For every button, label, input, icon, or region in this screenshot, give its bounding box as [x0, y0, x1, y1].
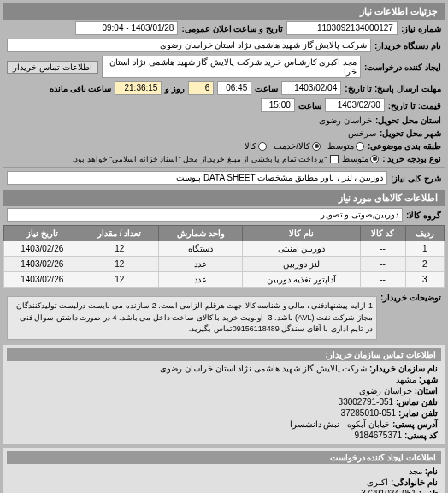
goods-section-title: اطلاعات کالاهای مورد نیاز	[3, 190, 445, 206]
table-row: 2--لنز دوربینعدد121403/02/26	[4, 257, 445, 272]
request-no-label: شماره نیاز:	[401, 24, 441, 33]
col-code: کد کالا	[360, 226, 405, 241]
cell-unit: دستگاه	[158, 241, 242, 257]
bc-tel-label: تلفن تماس:	[396, 397, 438, 407]
cell-code: --	[360, 241, 405, 257]
radio-icon	[312, 142, 321, 151]
col-name: نام کالا	[243, 226, 360, 241]
page-header: جزئیات اطلاعات نیاز	[3, 3, 445, 20]
col-qty: تعداد / مقدار	[80, 226, 158, 241]
bc-city: مشهد	[396, 375, 416, 384]
cell-idx: 3	[405, 272, 444, 288]
cell-idx: 1	[405, 241, 444, 257]
cell-qty: 12	[80, 257, 158, 272]
bc-tel: 051-33002791	[339, 397, 394, 407]
bc-org-label: نام سازمان خریدار:	[369, 364, 438, 373]
cr-family: اکبری	[367, 478, 388, 487]
cell-date: 1403/02/26	[4, 241, 80, 257]
cell-name: لنز دوربین	[243, 257, 360, 272]
reply-until-label: مهلت ارسال پاسخ: تا تاریخ:	[345, 84, 441, 93]
bc-postal: 9184675371	[354, 431, 402, 440]
cr-family-label: نام خانوادگی:	[391, 478, 438, 487]
radio-option-0[interactable]: متوسط	[327, 141, 364, 151]
budget-label: نوع بودجه خرید :	[382, 154, 441, 163]
reply-date: 1403/02/04	[281, 81, 341, 95]
quote-time: 15:00	[261, 98, 295, 112]
cell-idx: 2	[405, 257, 444, 272]
bc-address: خیابان آبکوه - نبش دانشسرا	[290, 419, 390, 429]
col-unit: واحد شمارش	[158, 226, 242, 241]
cell-unit: عدد	[158, 257, 242, 272]
radio-icon	[356, 142, 364, 151]
remain-label: ساعت باقی مانده	[50, 84, 112, 93]
cell-date: 1403/02/26	[4, 272, 80, 288]
group-label: طبقه بندی موضوعی:	[368, 141, 441, 151]
budget-option: متوسط	[342, 154, 368, 163]
radio-option-1[interactable]: کالا/خدمت	[274, 141, 321, 151]
buyer-contact-title: اطلاعات تماس سازمان خریدار:	[7, 348, 441, 361]
bc-address-label: آدرس پستی:	[392, 419, 438, 429]
province-label: استان محل تحویل:	[375, 116, 441, 125]
cr-name: مجد	[409, 466, 422, 476]
cell-code: --	[360, 272, 405, 288]
cr-tel: 051-37291034	[361, 489, 416, 494]
bc-fax-label: تلفن نمابر:	[398, 408, 438, 418]
city-label: شهر محل تحویل:	[380, 128, 441, 138]
cell-unit: عدد	[158, 272, 242, 288]
announce-value: 1403/01/28 - 09:04	[75, 21, 178, 35]
budget-note: "پرداخت تمام یا بخشی از مبلغ خرید,از محل…	[73, 155, 327, 163]
announce-label: تاریخ و ساعت اعلان عمومی:	[181, 24, 282, 33]
org-label: نام دستگاه خریدار:	[374, 41, 441, 50]
quote-time-label: ساعت	[298, 101, 321, 110]
goods-table: ردیف کد کالا نام کالا واحد شمارش تعداد /…	[3, 225, 445, 288]
table-row: 1--دوربین امنیتیدستگاه121403/02/26	[4, 241, 445, 257]
budget-checkbox[interactable]	[330, 155, 339, 163]
cell-name: آداپتور تغذیه دوربین	[243, 272, 360, 288]
radio-label-0: متوسط	[327, 141, 354, 151]
request-no-value: 1103092134000127	[286, 21, 398, 35]
cell-qty: 12	[80, 272, 158, 288]
cell-qty: 12	[80, 241, 158, 257]
radio-option-2[interactable]: کالا	[245, 141, 267, 151]
bc-city-label: شهر:	[419, 375, 438, 384]
notes-text: 1-ارایه پیشنهادفنی ، مالی و شناسه کالا ج…	[7, 296, 377, 340]
reply-time: 06:45	[217, 81, 251, 95]
requester-label: ایجاد کننده درخواست:	[364, 62, 441, 72]
cell-code: --	[360, 257, 405, 272]
days-label: روز و	[165, 84, 185, 93]
table-row: 3--آداپتور تغذیه دوربینعدد121403/02/26	[4, 272, 445, 288]
bc-province: خراسان رضوی	[359, 386, 412, 395]
quote-until-label: قیمت: تا تاریخ:	[388, 101, 441, 110]
province-value: خراسان رضوی	[319, 116, 372, 125]
radio-icon	[370, 155, 379, 163]
remain-time: 21:36:15	[115, 81, 162, 95]
budget-radio[interactable]: متوسط	[342, 154, 379, 163]
group-radio-group: متوسط کالا/خدمت کالا	[245, 141, 364, 151]
city-value: سرخس	[348, 128, 376, 138]
cr-name-label: نام:	[425, 466, 438, 476]
goods-group-label: گروه کالا:	[406, 211, 441, 220]
creator-section-title: اطلاعات ایجاد کننده درخواست	[7, 451, 441, 464]
radio-label-1: کالا/خدمت	[274, 141, 310, 151]
col-idx: ردیف	[405, 226, 444, 241]
requester-value: مجد اکبری کارشناس خرید شرکت پالایش گاز ش…	[102, 56, 362, 78]
notes-label: توضیحات خریدار:	[380, 293, 441, 302]
need-title-label: شرح کلی نیاز:	[391, 174, 441, 183]
org-value: شرکت پالایش گاز شهید هاشمی نژاد استان خر…	[7, 39, 371, 52]
radio-icon	[258, 142, 267, 151]
cell-name: دوربین امنیتی	[243, 241, 360, 257]
cell-date: 1403/02/26	[4, 257, 80, 272]
goods-group-value: دوربین,صوتی و تصویر	[7, 208, 403, 222]
cr-tel-label: تلفن:	[419, 489, 438, 494]
reply-time-label: ساعت	[255, 84, 278, 93]
bc-postal-label: کد پستی:	[404, 431, 438, 440]
days-value: 6	[188, 81, 214, 95]
radio-label-2: کالا	[245, 141, 256, 151]
quote-date: 1403/02/30	[325, 98, 385, 112]
need-title-value: دوربین ، لنز ، پاور مطابق مشخصات DATA SH…	[7, 171, 387, 185]
bc-province-label: استان:	[415, 386, 438, 395]
buyer-contact-button[interactable]: اطلاعات تماس خریدار	[7, 61, 98, 74]
col-date: تاریخ نیاز	[4, 226, 80, 241]
bc-org: شرکت پالایش گاز شهید هاشمی نژاد استان خر…	[160, 364, 367, 373]
bc-fax: 051-37285010	[341, 408, 397, 418]
